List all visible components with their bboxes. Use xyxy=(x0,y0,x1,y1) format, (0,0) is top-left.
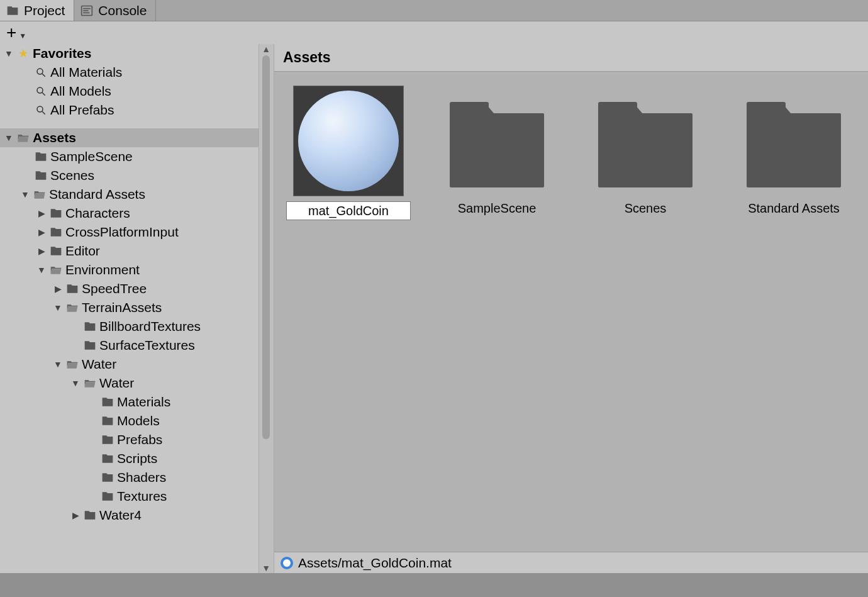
tree-item[interactable]: ▼ Water xyxy=(0,355,259,374)
folder-open-icon xyxy=(33,187,47,201)
tree-label: TerrainAssets xyxy=(82,300,162,315)
tree-item[interactable]: ▶ Textures xyxy=(0,487,259,506)
tree-label: All Materials xyxy=(50,65,122,80)
asset-folder[interactable]: Standard Assets xyxy=(738,86,849,216)
expand-arrow-icon[interactable]: ▼ xyxy=(36,265,47,275)
tree-item[interactable]: ▶ SurfaceTextures xyxy=(0,336,259,355)
scroll-down-icon[interactable]: ▼ xyxy=(259,563,274,573)
scroll-up-icon[interactable]: ▲ xyxy=(259,44,274,54)
star-icon: ★ xyxy=(16,47,30,60)
tree-label: SurfaceTextures xyxy=(99,338,195,353)
tree-label: Standard Assets xyxy=(49,187,145,202)
asset-grid[interactable]: SampleScene Scenes Standard Assets xyxy=(274,72,868,552)
tree-item[interactable]: ▼ Environment xyxy=(0,260,259,279)
folder-icon xyxy=(65,282,79,296)
folder-icon xyxy=(747,113,841,187)
tree-item-assets[interactable]: ▼ Assets xyxy=(0,128,259,147)
tree-label: All Models xyxy=(50,84,111,99)
tree-label: SampleScene xyxy=(50,149,133,164)
dropdown-arrow-icon: ▼ xyxy=(19,31,26,40)
tree-item[interactable]: ▶ Models xyxy=(0,411,259,430)
asset-material[interactable] xyxy=(293,86,404,220)
favorites-item[interactable]: All Materials xyxy=(0,63,259,82)
folder-icon xyxy=(598,113,693,187)
folder-icon xyxy=(101,471,114,484)
svg-line-5 xyxy=(42,74,45,77)
favorites-header[interactable]: ▼ ★ Favorites xyxy=(0,44,259,63)
tree-item[interactable]: ▼ Water xyxy=(0,374,259,393)
tab-console[interactable]: Console xyxy=(74,0,156,21)
expand-arrow-icon[interactable]: ▼ xyxy=(53,359,63,369)
expand-arrow-icon[interactable]: ▼ xyxy=(4,133,14,143)
svg-point-6 xyxy=(37,87,43,93)
favorites-item[interactable]: All Prefabs xyxy=(0,101,259,120)
hierarchy-panel[interactable]: ▼ ★ Favorites All Materials All Models xyxy=(0,44,259,573)
material-file-icon xyxy=(281,557,293,569)
folder-icon xyxy=(49,244,63,258)
tree-item[interactable]: ▶ Editor xyxy=(0,242,259,260)
expand-arrow-icon[interactable]: ▼ xyxy=(4,48,14,59)
folder-icon xyxy=(101,489,114,503)
folder-icon xyxy=(83,338,97,352)
folder-open-icon xyxy=(65,357,79,371)
expand-arrow-icon[interactable]: ▼ xyxy=(70,378,81,388)
expand-arrow-icon[interactable]: ▶ xyxy=(36,208,47,218)
expand-arrow-icon[interactable]: ▶ xyxy=(53,284,63,294)
tree-label: Assets xyxy=(33,130,76,145)
scroll-thumb[interactable] xyxy=(262,55,270,439)
tree-label: Editor xyxy=(65,243,100,259)
tree-item[interactable]: Scenes xyxy=(0,166,259,185)
breadcrumb[interactable]: Assets xyxy=(274,44,868,72)
asset-label: Scenes xyxy=(625,201,667,216)
favorites-item[interactable]: All Models xyxy=(0,82,259,101)
tree-item[interactable]: ▶ Materials xyxy=(0,393,259,411)
folder-icon xyxy=(101,433,114,447)
tree-label: Water xyxy=(99,376,134,391)
toolbar: +▼ xyxy=(0,21,868,44)
tree-label: CrossPlatformInput xyxy=(65,225,179,240)
folder-open-icon xyxy=(49,263,63,277)
folder-icon xyxy=(101,452,114,466)
rename-input[interactable] xyxy=(286,201,411,220)
tree-item[interactable]: ▶ Shaders xyxy=(0,468,259,487)
tree-label: Water xyxy=(82,357,116,372)
tree-item[interactable]: ▶ Prefabs xyxy=(0,430,259,449)
splitter-scrollbar[interactable]: ▲ ▼ xyxy=(259,44,274,573)
tree-item[interactable]: ▶ CrossPlatformInput xyxy=(0,223,259,242)
bottom-bar xyxy=(0,573,868,597)
tree-item[interactable]: ▶ Water4 xyxy=(0,506,259,525)
svg-line-7 xyxy=(42,92,45,96)
search-icon xyxy=(34,65,48,79)
tab-bar: Project Console xyxy=(0,0,868,21)
expand-arrow-icon[interactable]: ▶ xyxy=(70,510,81,520)
tree-item[interactable]: SampleScene xyxy=(0,147,259,166)
tree-label: Scenes xyxy=(50,168,94,183)
tree-item[interactable]: ▶ Characters xyxy=(0,204,259,223)
expand-arrow-icon[interactable]: ▼ xyxy=(53,303,63,313)
svg-point-4 xyxy=(37,69,43,74)
search-icon xyxy=(34,84,48,98)
asset-folder[interactable]: Scenes xyxy=(590,86,701,216)
tab-project[interactable]: Project xyxy=(0,0,74,21)
expand-arrow-icon[interactable]: ▶ xyxy=(36,246,47,256)
folder-open-icon xyxy=(65,301,79,315)
console-icon xyxy=(81,4,93,17)
folder-icon xyxy=(101,395,114,409)
folder-icon xyxy=(6,4,19,17)
tree-item[interactable]: ▶ Scripts xyxy=(0,449,259,468)
svg-line-9 xyxy=(42,111,45,114)
tree-label: Models xyxy=(117,413,160,428)
add-button[interactable]: +▼ xyxy=(6,24,26,42)
tree-item[interactable]: ▼ Standard Assets xyxy=(0,185,259,204)
asset-folder[interactable]: SampleScene xyxy=(442,86,552,216)
expand-arrow-icon[interactable]: ▼ xyxy=(20,189,30,199)
search-icon xyxy=(34,103,48,117)
tree-item[interactable]: ▶ BillboardTextures xyxy=(0,317,259,336)
folder-icon xyxy=(34,150,48,164)
tab-label: Project xyxy=(24,3,65,18)
tree-label: SpeedTree xyxy=(82,281,147,296)
expand-arrow-icon[interactable]: ▶ xyxy=(36,227,47,237)
tree-item[interactable]: ▶ SpeedTree xyxy=(0,279,259,298)
tree-label: Shaders xyxy=(117,470,166,485)
tree-item[interactable]: ▼ TerrainAssets xyxy=(0,298,259,317)
